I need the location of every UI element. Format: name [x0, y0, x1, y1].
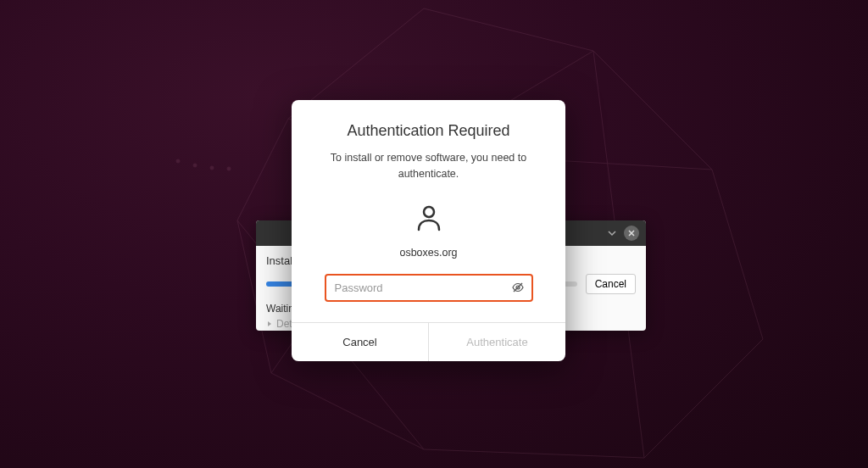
authentication-dialog: Authentication Required To install or re… [292, 100, 565, 361]
password-input[interactable] [325, 274, 533, 302]
auth-username: osboxes.org [312, 247, 545, 259]
chevron-down-icon[interactable] [605, 226, 619, 240]
close-icon[interactable] [624, 226, 639, 241]
authenticate-button[interactable]: Authenticate [429, 323, 565, 361]
cancel-button[interactable]: Cancel [292, 323, 429, 361]
auth-message: To install or remove software, you need … [312, 150, 545, 182]
installer-cancel-button[interactable]: Cancel [586, 274, 636, 294]
svg-point-1 [176, 159, 180, 163]
svg-point-2 [193, 164, 197, 167]
svg-point-3 [210, 166, 214, 170]
auth-title: Authentication Required [312, 122, 545, 140]
user-icon [412, 201, 446, 235]
eye-off-icon[interactable] [511, 281, 525, 294]
svg-point-5 [424, 207, 434, 217]
svg-point-4 [227, 167, 231, 170]
